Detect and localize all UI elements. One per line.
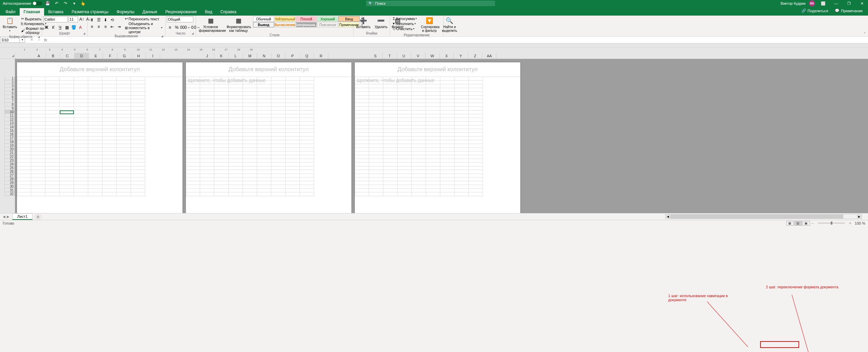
cell[interactable] bbox=[229, 96, 243, 99]
cell[interactable] bbox=[186, 174, 200, 178]
cell[interactable] bbox=[31, 155, 45, 159]
cell[interactable] bbox=[200, 114, 214, 118]
cell[interactable] bbox=[60, 88, 74, 92]
cell[interactable] bbox=[257, 99, 271, 103]
cell[interactable] bbox=[398, 185, 412, 189]
cell[interactable] bbox=[455, 125, 469, 129]
row-header[interactable]: 22 bbox=[5, 155, 15, 159]
cell[interactable] bbox=[60, 110, 74, 114]
cell[interactable] bbox=[426, 88, 440, 92]
cell[interactable] bbox=[88, 129, 102, 133]
cell[interactable] bbox=[257, 84, 271, 88]
cell[interactable] bbox=[426, 144, 440, 148]
cell[interactable] bbox=[383, 103, 398, 107]
cell[interactable] bbox=[200, 125, 214, 129]
cell[interactable] bbox=[398, 166, 412, 170]
cell[interactable] bbox=[74, 77, 88, 81]
cell[interactable] bbox=[243, 151, 257, 155]
cell[interactable] bbox=[186, 103, 200, 107]
cell[interactable] bbox=[214, 144, 229, 148]
cell[interactable] bbox=[412, 118, 426, 122]
cell[interactable] bbox=[60, 92, 74, 96]
cell[interactable] bbox=[455, 84, 469, 88]
cell[interactable] bbox=[60, 96, 74, 99]
cell[interactable] bbox=[271, 133, 286, 137]
cell[interactable] bbox=[286, 155, 300, 159]
cell[interactable] bbox=[88, 144, 102, 148]
cell[interactable] bbox=[383, 129, 398, 133]
cell[interactable] bbox=[426, 155, 440, 159]
cell[interactable] bbox=[214, 114, 229, 118]
cell[interactable] bbox=[17, 125, 31, 129]
cell[interactable] bbox=[369, 96, 383, 99]
cell[interactable] bbox=[229, 129, 243, 133]
cell[interactable] bbox=[31, 166, 45, 170]
row-header[interactable]: 26 bbox=[5, 170, 15, 173]
cell[interactable] bbox=[102, 185, 117, 189]
currency-icon[interactable]: ¤ bbox=[167, 24, 173, 30]
tab-home[interactable]: Главная bbox=[20, 8, 44, 16]
cell[interactable] bbox=[74, 192, 88, 196]
cell[interactable] bbox=[355, 125, 369, 129]
cell[interactable] bbox=[355, 189, 369, 192]
cell[interactable] bbox=[398, 159, 412, 163]
style-normal[interactable]: Обычный bbox=[253, 16, 274, 22]
cell[interactable] bbox=[186, 125, 200, 129]
cell[interactable] bbox=[31, 125, 45, 129]
click-to-add-prompt[interactable]: Щелкните, чтобы добавить данные bbox=[188, 78, 266, 83]
cell[interactable] bbox=[214, 137, 229, 140]
cell[interactable] bbox=[412, 99, 426, 103]
cell[interactable] bbox=[455, 166, 469, 170]
cell[interactable] bbox=[383, 163, 398, 166]
cell[interactable] bbox=[186, 99, 200, 103]
autosum-button[interactable]: ΣАвтосумма▾ bbox=[391, 16, 418, 21]
cell[interactable] bbox=[271, 114, 286, 118]
cell[interactable] bbox=[426, 137, 440, 140]
cell[interactable] bbox=[88, 96, 102, 99]
cell[interactable] bbox=[469, 125, 483, 129]
cell[interactable] bbox=[271, 92, 286, 96]
cell[interactable] bbox=[45, 178, 60, 181]
cell[interactable] bbox=[74, 114, 88, 118]
cell[interactable] bbox=[286, 81, 300, 84]
cell[interactable] bbox=[229, 159, 243, 163]
font-size-select[interactable] bbox=[69, 16, 78, 22]
cell[interactable] bbox=[186, 118, 200, 122]
cell[interactable] bbox=[45, 88, 60, 92]
fill-color-button[interactable]: 🪣 bbox=[71, 24, 77, 30]
orientation-icon[interactable]: ⟲ bbox=[109, 17, 115, 23]
paste-button[interactable]: 📋 Вставить ▾ bbox=[1, 16, 18, 33]
cell[interactable] bbox=[412, 174, 426, 178]
cell[interactable] bbox=[355, 96, 369, 99]
cell[interactable] bbox=[74, 189, 88, 192]
cell[interactable] bbox=[200, 96, 214, 99]
cell[interactable] bbox=[31, 77, 45, 81]
style-check[interactable]: Контрольна... bbox=[296, 22, 317, 27]
cell[interactable] bbox=[271, 77, 286, 81]
cell[interactable] bbox=[286, 122, 300, 125]
cell[interactable] bbox=[469, 192, 483, 196]
cell[interactable] bbox=[440, 88, 455, 92]
cell[interactable] bbox=[271, 88, 286, 92]
cell[interactable] bbox=[257, 118, 271, 122]
row-header[interactable]: 18 bbox=[5, 140, 15, 144]
clear-button[interactable]: ◇Очистить▾ bbox=[391, 26, 418, 31]
cell[interactable] bbox=[17, 155, 31, 159]
cell[interactable] bbox=[369, 178, 383, 181]
cell[interactable] bbox=[286, 148, 300, 151]
cell[interactable] bbox=[102, 107, 117, 110]
cell[interactable] bbox=[60, 81, 74, 84]
cell[interactable] bbox=[455, 81, 469, 84]
cell[interactable] bbox=[469, 181, 483, 185]
cell[interactable] bbox=[455, 181, 469, 185]
cell[interactable] bbox=[271, 181, 286, 185]
cell[interactable] bbox=[214, 110, 229, 114]
row-header[interactable]: 13 bbox=[5, 121, 15, 125]
cell[interactable] bbox=[88, 148, 102, 151]
row-header[interactable]: 6 bbox=[5, 95, 15, 99]
cell[interactable] bbox=[17, 137, 31, 140]
cell[interactable] bbox=[31, 174, 45, 178]
cell[interactable] bbox=[88, 140, 102, 144]
cell[interactable] bbox=[45, 144, 60, 148]
style-calc[interactable]: Вычисление bbox=[274, 22, 295, 27]
